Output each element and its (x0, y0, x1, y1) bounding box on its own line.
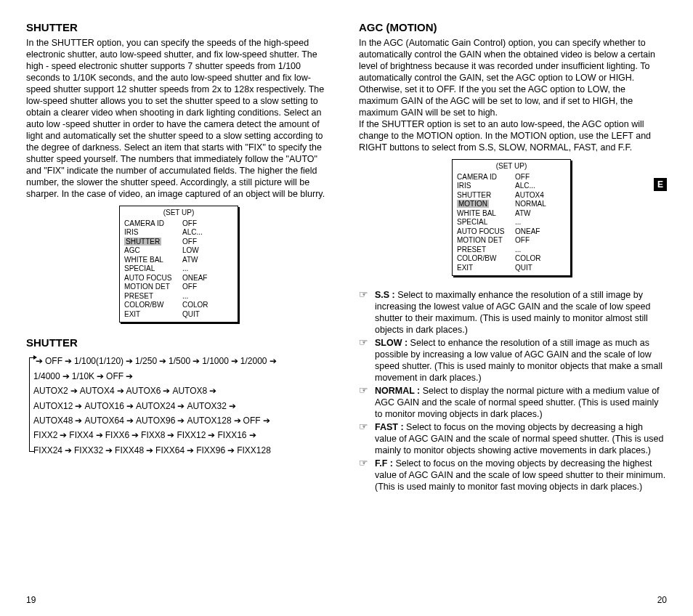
note-icon: ☞ (359, 385, 375, 420)
arrow-right-icon: ➔ (207, 386, 219, 396)
definitions-list: ☞S.S : Select to maximally enhance the r… (359, 289, 667, 493)
arrow-right-icon: ➔ (225, 445, 237, 455)
page-spread: SHUTTER In the SHUTTER option, you can s… (26, 20, 667, 494)
shutter-value: OFF (106, 371, 123, 381)
note-icon: ☞ (359, 421, 375, 456)
arrow-right-icon: ➔ (62, 445, 74, 455)
menu-row: CAMERA IDOFF (124, 219, 233, 229)
arrow-right-icon: ➔ (185, 445, 196, 455)
shutter-value: FIXX4 (69, 430, 93, 440)
left-column: SHUTTER In the SHUTTER option, you can s… (26, 20, 334, 494)
left-menu-wrap: (SET UP) CAMERA IDOFFIRISALC...SHUTTEROF… (26, 207, 334, 324)
menu-row: WHITE BALATW (124, 256, 233, 265)
shutter-value: OFF (45, 356, 62, 366)
arrow-right-icon: ➔ (144, 445, 155, 455)
arrow-right-icon: ➔ (206, 430, 217, 440)
note-icon: ☞ (359, 289, 375, 336)
menu-row: PRESET... (124, 292, 233, 301)
shutter-value: AUTOX2 (33, 386, 68, 396)
definition-item: ☞S.S : Select to maximally enhance the r… (359, 289, 667, 336)
agc-heading: AGC (MOTION) (359, 20, 667, 34)
menu-row: EXITQUIT (124, 310, 233, 320)
shutter-heading-1: SHUTTER (26, 20, 334, 34)
shutter-value: 1/10K (72, 371, 94, 381)
definition-item: ☞SLOW : Select to enhance the resolution… (359, 337, 667, 384)
shutter-value: FIXX32 (74, 445, 103, 455)
note-icon: ☞ (359, 337, 375, 384)
shutter-value: AUTOX12 (33, 401, 73, 411)
shutter-value: 1/500 (169, 356, 190, 366)
shutter-paragraph: In the SHUTTER option, you can specify t… (26, 37, 334, 200)
shutter-value: FIXX6 (105, 430, 129, 440)
shutter-value: AUTOX4 (80, 386, 115, 396)
shutter-value: FIXX8 (141, 430, 165, 440)
arrow-right-icon: ➔ (175, 416, 187, 426)
arrow-right-icon: ➔ (227, 401, 238, 411)
shutter-value: AUTOX8 (172, 386, 207, 396)
arrow-right-icon: ➔ (62, 356, 74, 366)
shutter-value: AUTOX96 (136, 416, 175, 426)
arrow-right-icon: ➔ (229, 356, 240, 366)
shutter-value: AUTOX32 (187, 401, 226, 411)
menu-row: AUTO FOCUSONEAF (457, 227, 566, 237)
right-column: AGC (MOTION) In the AGC (Automatic Gain … (359, 20, 667, 494)
shutter-value: 1/4000 (33, 371, 60, 381)
arrow-right-icon: ➔ (247, 430, 259, 440)
menu-row: PRESET... (457, 246, 566, 255)
menu-row: AUTO FOCUSONEAF (124, 274, 233, 283)
shutter-value: 1/100(1/120) (74, 356, 123, 366)
arrow-right-icon: ➔ (190, 356, 202, 366)
arrow-right-icon: ➔ (73, 401, 84, 411)
arrow-right-icon: ➔ (261, 416, 272, 426)
shutter-value: FIXX2 (33, 430, 57, 440)
shutter-value: 1/250 (135, 356, 157, 366)
menu-row: SHUTTEROFF (124, 238, 233, 247)
arrow-right-icon: ➔ (57, 430, 69, 440)
arrow-right-icon: ➔ (103, 445, 115, 455)
definition-item: ☞FAST : Select to focus on the moving ob… (359, 421, 667, 456)
shutter-value: FIXX128 (237, 445, 271, 455)
menu-row: MOTION DETOFF (124, 283, 233, 292)
arrow-right-icon: ➔ (165, 430, 177, 440)
shutter-value: 1/2000 (240, 356, 267, 366)
arrow-right-icon: ➔ (123, 356, 135, 366)
shutter-value: AUTOX16 (84, 401, 123, 411)
menu-row: SPECIAL... (457, 218, 566, 227)
arrow-right-icon: ➔ (175, 401, 187, 411)
menu-row: AGCLOW (124, 246, 233, 256)
menu-row: SPECIAL... (124, 264, 233, 274)
shutter-value: FIXX16 (217, 430, 246, 440)
shutter-value: FIXX64 (155, 445, 185, 455)
shutter-values-list: ➔OFF➔1/100(1/120)➔1/250➔1/500➔1/1000➔1/2… (33, 354, 334, 458)
arrow-right-icon: ➔ (124, 416, 136, 426)
page-number-right: 20 (657, 595, 667, 606)
definition-item: ☞F.F : Select to focus on the moving obj… (359, 458, 667, 493)
menu-row: COLOR/BWCOLOR (124, 301, 233, 310)
arrow-right-icon: ➔ (161, 386, 172, 396)
menu-row: IRISALC... (124, 228, 233, 238)
arrow-right-icon: ➔ (157, 356, 169, 366)
shutter-value: AUTOX64 (84, 416, 123, 426)
menu-row: MOTION DETOFF (457, 236, 566, 246)
shutter-value: OFF (243, 416, 261, 426)
arrow-right-icon: ➔ (73, 416, 84, 426)
menu-title: (SET UP) (124, 208, 233, 218)
right-menu-wrap: (SET UP) CAMERA IDOFFIRISALC...SHUTTERAU… (359, 161, 667, 277)
arrow-right-icon: ➔ (68, 386, 80, 396)
return-arrow-icon (29, 357, 34, 452)
arrow-right-icon: ➔ (232, 416, 243, 426)
right-setup-menu: (SET UP) CAMERA IDOFFIRISALC...SHUTTERAU… (452, 159, 571, 276)
shutter-value: FIXX12 (177, 430, 206, 440)
shutter-value: FIXX24 (33, 445, 62, 455)
arrow-right-icon: ➔ (124, 401, 136, 411)
menu-row: SHUTTERAUTOX4 (457, 191, 566, 200)
shutter-value: FIXX96 (196, 445, 225, 455)
menu-row: MOTIONNORMAL (457, 200, 566, 209)
shutter-value: AUTOX48 (33, 416, 73, 426)
menu-row: EXITQUIT (457, 264, 566, 273)
page-number-left: 19 (26, 595, 36, 606)
menu-row: CAMERA IDOFF (457, 173, 566, 182)
shutter-value: AUTOX128 (187, 416, 231, 426)
arrow-right-icon: ➔ (129, 430, 141, 440)
language-badge: E (654, 178, 667, 191)
